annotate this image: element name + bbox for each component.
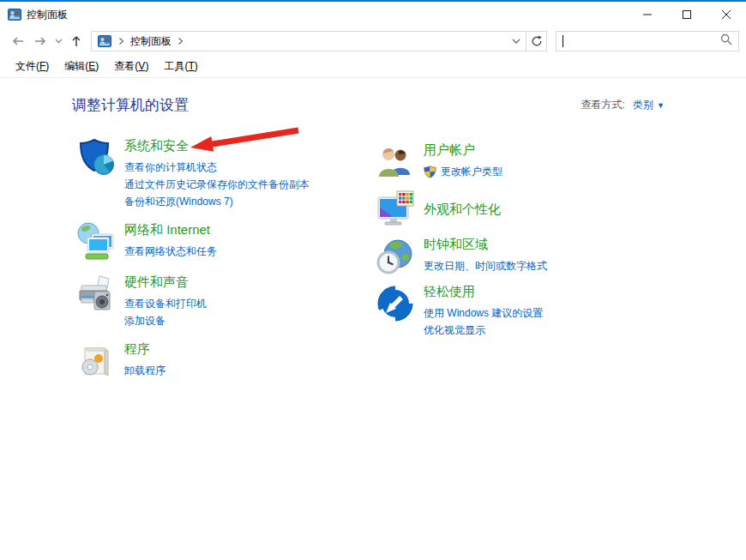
uac-shield-icon [424,166,436,178]
programs-link-0[interactable]: 卸载程序 [124,362,165,379]
category-title-network-internet[interactable]: 网络和 Internet [124,222,210,238]
right-column: 用户帐户 更改帐户类型 外观和个性化 时钟和区域 更改日期、时间或数字格式 轻松… [375,137,665,393]
back-button[interactable] [7,30,29,52]
text-caret [563,35,563,47]
programs-icon [75,340,117,382]
search-input[interactable] [556,31,739,51]
category-title-programs[interactable]: 程序 [124,341,150,358]
control-panel-icon [8,8,21,21]
system-security-link-2[interactable]: 备份和还原(Windows 7) [124,193,310,210]
menu-item-e[interactable]: 编辑(E) [57,56,106,77]
hardware-sound-icon [75,274,117,315]
category-network-internet: 网络和 Internet 查看网络状态和任务 [75,221,375,262]
chevron-down-icon: ▼ [657,101,665,110]
window-title: 控制面板 [27,8,68,22]
menu-item-v[interactable]: 查看(V) [106,56,156,77]
category-appearance-personalization: 外观和个性化 [375,189,665,230]
clock-region-icon [375,236,416,277]
ease-of-access-icon [375,283,416,324]
network-internet-link-0[interactable]: 查看网络状态和任务 [124,243,217,260]
control-panel-window: 控制面板 [0,0,746,560]
address-dropdown-button[interactable] [507,32,526,51]
category-title-clock-region[interactable]: 时钟和区域 [424,237,488,253]
menu-item-t[interactable]: 工具(T) [156,56,205,77]
view-by-value[interactable]: 类别▼ [633,99,665,111]
category-clock-region: 时钟和区域 更改日期、时间或数字格式 [375,236,665,277]
search-icon [720,33,732,49]
category-programs: 程序 卸载程序 [75,340,375,382]
category-title-appearance-personalization[interactable]: 外观和个性化 [424,202,501,218]
window-controls [628,2,746,27]
clock-region-link-0[interactable]: 更改日期、时间或数字格式 [424,257,547,274]
minimize-button[interactable] [628,2,667,27]
up-button[interactable] [65,30,87,52]
category-user-accounts: 用户帐户 更改帐户类型 [375,142,665,183]
category-title-hardware-sound[interactable]: 硬件和声音 [124,274,189,291]
content-area: 调整计算机的设置 查看方式: 类别▼ 系统和安全 查看你的计算机状态通过文件历史… [0,78,746,393]
page-title: 调整计算机的设置 [72,95,189,115]
appearance-icon [375,189,416,230]
category-title-ease-of-access[interactable]: 轻松使用 [424,284,475,300]
category-title-user-accounts[interactable]: 用户帐户 [424,142,475,159]
breadcrumb-chevron-icon[interactable] [114,37,129,45]
category-hardware-sound: 硬件和声音 查看设备和打印机添加设备 [75,274,375,329]
category-grid: 系统和安全 查看你的计算机状态通过文件历史记录保存你的文件备份副本备份和还原(W… [75,137,665,393]
user-accounts-link-0[interactable]: 更改帐户类型 [424,163,502,180]
menu-item-f[interactable]: 文件(F) [8,56,57,77]
address-bar[interactable]: 控制面板 [91,31,547,51]
user-accounts-icon [375,142,416,183]
recent-pages-chevron-icon[interactable] [51,30,65,52]
network-internet-icon [75,221,117,262]
hardware-sound-link-1[interactable]: 添加设备 [124,312,207,329]
titlebar: 控制面板 [0,2,746,27]
system-security-link-0[interactable]: 查看你的计算机状态 [124,159,310,176]
maximize-button[interactable] [667,2,707,27]
hardware-sound-link-0[interactable]: 查看设备和打印机 [124,295,207,312]
navigation-bar: 控制面板 [0,27,746,55]
category-title-system-security[interactable]: 系统和安全 [124,138,189,154]
forward-button[interactable] [29,30,51,52]
refresh-button[interactable] [526,31,546,51]
category-ease-of-access: 轻松使用 使用 Windows 建议的设置优化视觉显示 [375,283,665,339]
ease-of-access-link-0[interactable]: 使用 Windows 建议的设置 [424,304,543,322]
view-by-label: 查看方式: [581,99,624,111]
menu-bar: 文件(F)编辑(E)查看(V)工具(T) [0,55,746,78]
category-system-security: 系统和安全 查看你的计算机状态通过文件历史记录保存你的文件备份副本备份和还原(W… [75,137,375,210]
control-panel-icon [98,34,111,48]
left-column: 系统和安全 查看你的计算机状态通过文件历史记录保存你的文件备份副本备份和还原(W… [75,137,375,393]
system-security-link-1[interactable]: 通过文件历史记录保存你的文件备份副本 [124,176,310,193]
content-header: 调整计算机的设置 查看方式: 类别▼ [72,95,665,115]
shield-security-icon [75,137,117,178]
view-by: 查看方式: 类别▼ [581,98,665,112]
breadcrumb-item[interactable]: 控制面板 [129,34,173,49]
close-button[interactable] [707,2,746,27]
breadcrumb-chevron-icon[interactable] [173,37,188,45]
ease-of-access-link-1[interactable]: 优化视觉显示 [424,322,543,339]
